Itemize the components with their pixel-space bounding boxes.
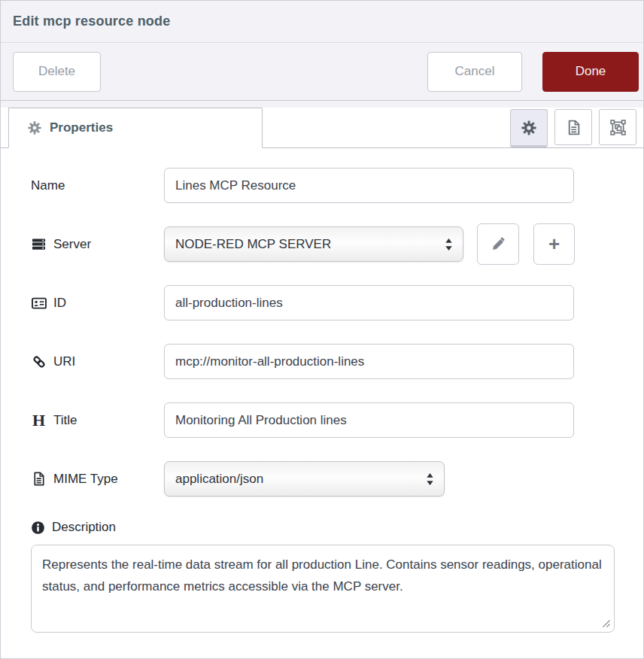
select-arrows-icon bbox=[426, 472, 434, 485]
tab-tools bbox=[510, 108, 636, 147]
dialog-chrome: Edit mcp resource node Delete Cancel Don… bbox=[1, 1, 643, 108]
appearance-frame-icon bbox=[610, 120, 626, 135]
gear-icon bbox=[521, 120, 536, 135]
tab-bar: Properties bbox=[1, 108, 643, 148]
uri-label-wrap: URI bbox=[31, 354, 164, 369]
link-icon bbox=[31, 355, 47, 369]
plus-icon: + bbox=[548, 234, 560, 254]
description-box: Represents the real-time data stream for… bbox=[31, 545, 615, 633]
id-label-wrap: ID bbox=[31, 296, 164, 311]
uri-label: URI bbox=[53, 354, 75, 369]
mime-select-value: application/json bbox=[175, 472, 263, 487]
server-label-wrap: Server bbox=[31, 237, 164, 252]
document-icon bbox=[566, 120, 582, 135]
name-label-wrap: Name bbox=[31, 178, 164, 193]
edit-server-button[interactable] bbox=[477, 223, 519, 265]
mime-label-wrap: MIME Type bbox=[31, 472, 164, 487]
title-label: Title bbox=[53, 413, 77, 428]
heading-icon: H bbox=[31, 412, 47, 429]
uri-input[interactable] bbox=[164, 344, 574, 379]
appearance-tab-button[interactable] bbox=[599, 109, 636, 145]
description-label-row: Description bbox=[31, 520, 615, 535]
pencil-icon bbox=[491, 237, 506, 251]
add-server-button[interactable]: + bbox=[533, 223, 575, 265]
id-row: ID bbox=[31, 285, 615, 320]
name-label: Name bbox=[31, 178, 65, 193]
mime-select[interactable]: application/json bbox=[164, 461, 445, 497]
description-tab-button[interactable] bbox=[554, 109, 592, 145]
description-label: Description bbox=[52, 520, 116, 535]
description-textarea[interactable]: Represents the real-time data stream for… bbox=[31, 545, 615, 633]
server-icon bbox=[31, 237, 47, 251]
delete-button[interactable]: Delete bbox=[13, 52, 101, 92]
dialog-button-bar: Delete Cancel Done bbox=[1, 43, 643, 101]
title-input[interactable] bbox=[164, 402, 574, 438]
file-icon bbox=[31, 472, 47, 486]
done-button[interactable]: Done bbox=[542, 52, 639, 92]
mime-label: MIME Type bbox=[53, 472, 118, 487]
name-row: Name bbox=[31, 168, 615, 203]
gear-icon bbox=[28, 121, 41, 135]
server-label: Server bbox=[53, 237, 91, 252]
dialog-header: Edit mcp resource node bbox=[1, 1, 643, 43]
properties-tab-button[interactable] bbox=[510, 109, 548, 147]
title-label-wrap: H Title bbox=[31, 412, 164, 429]
server-select-value: NODE-RED MCP SERVER bbox=[175, 237, 331, 252]
uri-row: URI bbox=[31, 344, 615, 379]
server-row: Server NODE-RED MCP SERVER + bbox=[31, 226, 615, 262]
select-arrows-icon bbox=[445, 238, 453, 251]
tab-properties[interactable]: Properties bbox=[8, 108, 263, 148]
properties-form: Name Server NODE-RED MCP SERVER bbox=[1, 148, 643, 646]
mime-row: MIME Type application/json bbox=[31, 461, 615, 497]
id-input[interactable] bbox=[164, 285, 574, 320]
dialog-title: Edit mcp resource node bbox=[13, 14, 170, 29]
info-icon bbox=[31, 521, 45, 535]
title-row: H Title bbox=[31, 402, 615, 438]
tab-properties-label: Properties bbox=[50, 120, 113, 135]
cancel-button[interactable]: Cancel bbox=[427, 52, 522, 92]
id-label: ID bbox=[53, 296, 66, 311]
server-select[interactable]: NODE-RED MCP SERVER bbox=[164, 226, 463, 262]
edit-node-dialog: Edit mcp resource node Delete Cancel Don… bbox=[0, 0, 644, 659]
id-card-icon bbox=[31, 296, 47, 311]
name-input[interactable] bbox=[164, 168, 574, 203]
